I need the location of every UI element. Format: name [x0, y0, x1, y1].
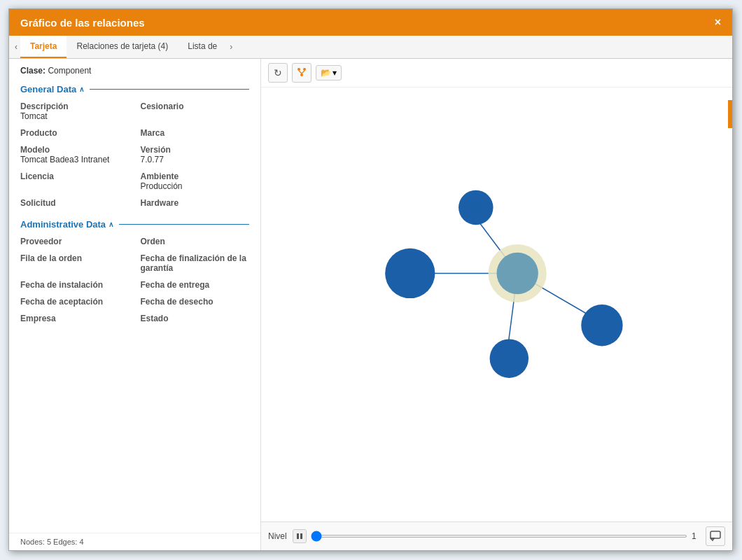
field-estado: Estado — [141, 314, 250, 323]
descripcion-label: Descripción — [20, 102, 130, 111]
field-producto: Producto — [20, 128, 130, 138]
admin-data-collapse[interactable]: ∧ — [108, 220, 113, 228]
nodes-info: Nodes: 5 Edges: 4 — [9, 533, 260, 550]
field-group-empresa: Empresa Estado — [20, 314, 249, 323]
pause-button[interactable] — [293, 529, 307, 543]
folder-dropdown[interactable]: 📂 ▾ — [316, 65, 342, 80]
branch-icon — [297, 67, 307, 79]
field-cesionario: Cesionario — [141, 102, 250, 121]
field-marca: Marca — [141, 128, 250, 138]
field-licencia: Licencia — [20, 172, 130, 191]
field-group-descripcion: Descripción Tomcat Cesionario — [20, 102, 249, 121]
field-group-aceptacion: Fecha de aceptación Fecha de desecho — [20, 297, 249, 307]
solicitud-label: Solicitud — [20, 198, 130, 208]
svg-point-1 — [303, 68, 306, 71]
clase-label: Clase: — [20, 66, 46, 76]
modal-header: Gráfico de las relaciones × — [9, 9, 732, 36]
field-modelo: Modelo Tomcat Badea3 Intranet — [20, 145, 130, 164]
field-fecha-instalacion: Fecha de instalación — [20, 280, 130, 290]
modal: Gráfico de las relaciones × ‹ Tarjeta Re… — [8, 8, 733, 551]
proveedor-label: Proveedor — [20, 237, 130, 246]
bottom-bar: Nivel 1 — [261, 522, 732, 550]
field-fila-orden: Fila de la orden — [20, 253, 130, 273]
tab-tarjeta[interactable]: Tarjeta — [20, 36, 66, 58]
field-group-licencia: Licencia Ambiente Producción — [20, 172, 249, 191]
field-group-proveedor: Proveedor Orden — [20, 237, 249, 246]
ambiente-label: Ambiente — [141, 172, 250, 181]
field-proveedor: Proveedor — [20, 237, 130, 246]
ambiente-value: Producción — [141, 181, 250, 191]
left-panel: Clase: Component General Data ∧ Descripc… — [9, 59, 261, 550]
svg-rect-16 — [297, 533, 299, 539]
right-panel: ↻ 📂 ▾ — [261, 59, 732, 550]
field-group-producto: Producto Marca — [20, 128, 249, 138]
svg-line-4 — [302, 71, 304, 74]
marca-label: Marca — [141, 128, 250, 138]
hardware-label: Hardware — [141, 198, 250, 208]
fila-orden-label: Fila de la orden — [20, 253, 130, 263]
field-group-fila: Fila de la orden Fecha de finalización d… — [20, 253, 249, 273]
fecha-instalacion-label: Fecha de instalación — [20, 280, 130, 290]
tab-lista[interactable]: Lista de — [178, 36, 227, 58]
field-version: Versión 7.0.77 — [141, 145, 250, 164]
estado-label: Estado — [141, 314, 250, 323]
field-group-modelo: Modelo Tomcat Badea3 Intranet Versión 7.… — [20, 145, 249, 164]
version-label: Versión — [141, 145, 250, 155]
graph-area — [261, 88, 732, 522]
nivel-value: 1 — [692, 531, 700, 541]
field-ambiente: Ambiente Producción — [141, 172, 250, 191]
svg-line-3 — [299, 71, 302, 74]
svg-point-12 — [385, 248, 435, 298]
modal-body: Clase: Component General Data ∧ Descripc… — [9, 59, 732, 550]
cesionario-label: Cesionario — [141, 102, 250, 111]
nivel-slider[interactable] — [311, 535, 687, 538]
field-fecha-entrega: Fecha de entrega — [141, 280, 250, 290]
producto-label: Producto — [20, 128, 130, 138]
left-scroll-area[interactable]: Clase: Component General Data ∧ Descripc… — [9, 59, 260, 533]
fecha-aceptacion-label: Fecha de aceptación — [20, 297, 130, 307]
general-data-header: General Data ∧ — [20, 84, 249, 94]
svg-point-14 — [581, 304, 622, 346]
svg-point-13 — [497, 253, 538, 294]
tab-bar: ‹ Tarjeta Relaciones de tarjeta (4) List… — [9, 36, 732, 59]
refresh-button[interactable]: ↻ — [268, 63, 288, 83]
field-orden: Orden — [141, 237, 250, 246]
modelo-label: Modelo — [20, 145, 130, 155]
right-toolbar: ↻ 📂 ▾ — [261, 59, 732, 88]
tab-relaciones[interactable]: Relaciones de tarjeta (4) — [66, 36, 178, 58]
modal-close-button[interactable]: × — [715, 16, 721, 29]
branch-button[interactable] — [292, 63, 312, 83]
refresh-icon: ↻ — [274, 67, 282, 78]
slider-container: 1 — [293, 529, 700, 543]
field-fecha-aceptacion: Fecha de aceptación — [20, 297, 130, 307]
svg-rect-17 — [300, 533, 302, 539]
field-group-instalacion: Fecha de instalación Fecha de entrega — [20, 280, 249, 290]
svg-rect-18 — [710, 531, 720, 538]
field-fecha-desecho: Fecha de desecho — [141, 297, 250, 307]
general-data-collapse[interactable]: ∧ — [79, 85, 84, 93]
folder-icon: 📂 — [321, 68, 331, 78]
clase-value: Component — [48, 66, 91, 76]
orden-label: Orden — [141, 237, 250, 246]
accent-bar — [728, 100, 732, 128]
field-group-solicitud: Solicitud Hardware — [20, 198, 249, 208]
licencia-label: Licencia — [20, 172, 130, 181]
fecha-entrega-label: Fecha de entrega — [141, 280, 250, 290]
clase-row: Clase: Component — [20, 66, 249, 76]
svg-point-15 — [490, 339, 528, 377]
svg-point-0 — [298, 68, 300, 71]
modal-title: Gráfico de las relaciones — [20, 17, 145, 29]
empresa-label: Empresa — [20, 314, 130, 323]
dropdown-chevron-icon: ▾ — [332, 68, 337, 78]
tab-prev-arrow[interactable]: ‹ — [12, 36, 20, 57]
field-empresa: Empresa — [20, 314, 130, 323]
graph-svg — [261, 88, 732, 522]
version-value: 7.0.77 — [141, 155, 250, 164]
descripcion-value: Tomcat — [20, 111, 130, 121]
comment-button[interactable] — [706, 526, 725, 546]
field-hardware: Hardware — [141, 198, 250, 208]
modelo-value: Tomcat Badea3 Intranet — [20, 155, 130, 164]
field-descripcion: Descripción Tomcat — [20, 102, 130, 121]
tab-next-arrow[interactable]: › — [227, 36, 235, 57]
fecha-fin-garantia-label: Fecha de finalización de la garantía — [141, 253, 250, 273]
